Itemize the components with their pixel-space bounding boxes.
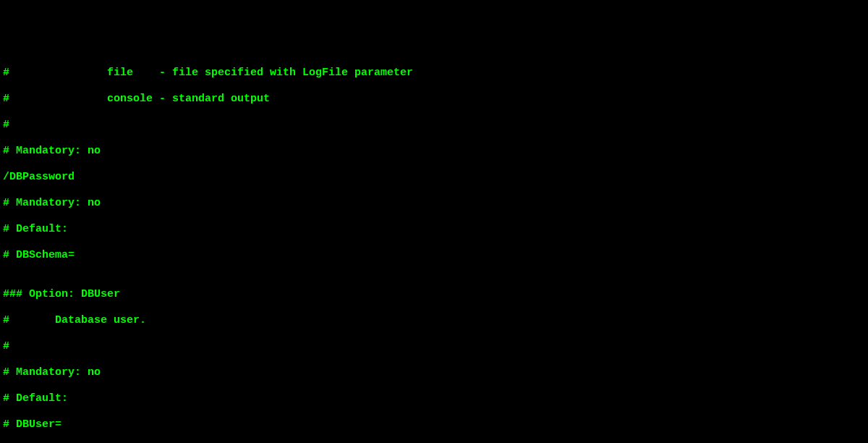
config-line: # console - standard output bbox=[3, 93, 865, 106]
config-line: # DBSchema= bbox=[3, 249, 865, 262]
config-line: # bbox=[3, 119, 865, 132]
config-line: # Database user. bbox=[3, 314, 865, 327]
config-line: # bbox=[3, 340, 865, 353]
config-line: # Default: bbox=[3, 223, 865, 236]
terminal-output[interactable]: # file - file specified with LogFile par… bbox=[3, 54, 865, 443]
config-line: /DBPassword bbox=[3, 171, 865, 184]
config-line: # Mandatory: no bbox=[3, 366, 865, 379]
config-line: # file - file specified with LogFile par… bbox=[3, 67, 865, 80]
config-line: ### Option: DBUser bbox=[3, 288, 865, 301]
config-line: # Default: bbox=[3, 392, 865, 405]
config-line: # Mandatory: no bbox=[3, 197, 865, 210]
config-line: # DBUser= bbox=[3, 418, 865, 431]
config-line: # Mandatory: no bbox=[3, 145, 865, 158]
